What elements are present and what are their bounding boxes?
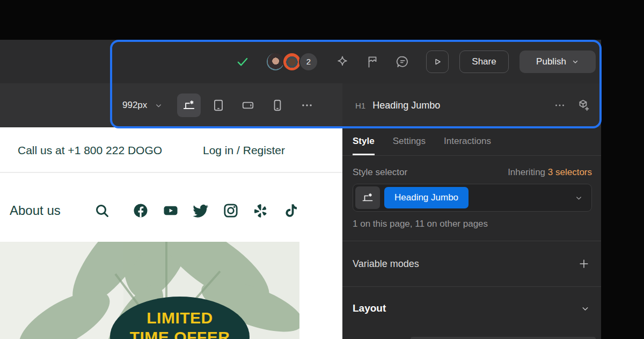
offer-line-2: TIME OFFER (110, 328, 250, 339)
offer-line-1: LIMITED (110, 308, 250, 328)
optimize-flag-button[interactable] (362, 52, 383, 72)
layout-label: Layout (353, 302, 386, 314)
comments-button[interactable] (392, 52, 413, 72)
variable-modes-section[interactable]: Variable modes (342, 241, 601, 286)
chevron-down-icon (581, 304, 590, 313)
style-selector-label: Style selector (353, 167, 407, 178)
element-settings-ellipsis-button[interactable] (550, 95, 570, 116)
preview-play-button[interactable] (426, 51, 449, 73)
element-tag: H1 (355, 101, 365, 110)
inheriting-selectors-link[interactable]: 3 selectors (548, 167, 592, 177)
collaborator-avatars[interactable]: 2 (266, 52, 318, 71)
login-register-link[interactable]: Log in / Register (203, 144, 285, 157)
webflow-designer-window: 2 Share Publish 992px (0, 0, 644, 339)
more-breakpoints-button[interactable] (295, 93, 319, 117)
canvas-width-value: 992px (122, 100, 147, 111)
tab-interactions[interactable]: Interactions (444, 127, 491, 155)
breakpoint-phone-portrait-button[interactable] (266, 93, 289, 117)
twitter-icon[interactable] (192, 202, 209, 219)
saved-check-icon (232, 52, 253, 72)
window-top-strip (0, 0, 644, 40)
yelp-icon[interactable] (252, 202, 269, 219)
inheriting-text: Inheriting 3 selectors (508, 167, 592, 178)
breakpoint-desktop-base-button[interactable] (177, 93, 201, 117)
chevron-down-icon (155, 102, 163, 110)
youtube-icon[interactable] (162, 202, 179, 219)
tab-settings[interactable]: Settings (393, 127, 426, 155)
chevron-down-icon (575, 194, 583, 202)
publish-label: Publish (536, 56, 566, 67)
breakpoint-tablet-button[interactable] (207, 93, 230, 117)
designer-canvas[interactable]: Call us at +1 800 222 DOGO Log in / Regi… (0, 127, 342, 339)
selected-class-pill[interactable]: Heading Jumbo (384, 187, 469, 208)
collaborators-count-badge[interactable]: 2 (299, 52, 318, 71)
class-usage-text: 1 on this page, 11 on other pages (342, 219, 601, 229)
layout-section-header[interactable]: Layout (342, 287, 601, 330)
instagram-icon[interactable] (222, 202, 239, 219)
panel-tabs: Style Settings Interactions (342, 127, 601, 156)
breakpoint-indicator-chip (355, 186, 380, 209)
site-social-icons (93, 202, 299, 219)
tiktok-icon[interactable] (282, 202, 299, 219)
variable-modes-label: Variable modes (353, 258, 419, 270)
search-icon[interactable] (93, 202, 111, 219)
plus-icon (578, 258, 590, 270)
element-name: Heading Jumbo (372, 100, 550, 111)
breakpoint-phone-landscape-button[interactable] (236, 93, 260, 117)
call-us-link[interactable]: Call us at +1 800 222 DOGO (18, 144, 162, 157)
secondary-toolbar: 992px H1 Heading Jumbo (0, 83, 601, 127)
share-button[interactable]: Share (459, 51, 509, 73)
display-control-partial (411, 337, 596, 339)
main-toolbar: 2 Share Publish (0, 40, 601, 83)
tab-style[interactable]: Style (353, 127, 375, 155)
publish-button[interactable]: Publish (519, 51, 596, 73)
facebook-icon[interactable] (132, 202, 149, 219)
create-component-button[interactable] (573, 95, 594, 116)
selected-element-bar: H1 Heading Jumbo (342, 83, 601, 127)
ai-sparkle-button[interactable] (332, 52, 353, 72)
canvas-width-select[interactable]: 992px (122, 100, 163, 111)
site-utility-bar: Call us at +1 800 222 DOGO Log in / Regi… (0, 127, 342, 173)
about-us-link[interactable]: About us (10, 203, 61, 218)
style-selector-input[interactable]: Heading Jumbo (353, 184, 592, 212)
style-panel: Style Settings Interactions Style select… (342, 127, 601, 339)
inheriting-word: Inheriting (508, 167, 545, 177)
hero-image[interactable]: LIMITED TIME OFFER (0, 242, 299, 339)
chevron-down-icon (572, 58, 579, 66)
